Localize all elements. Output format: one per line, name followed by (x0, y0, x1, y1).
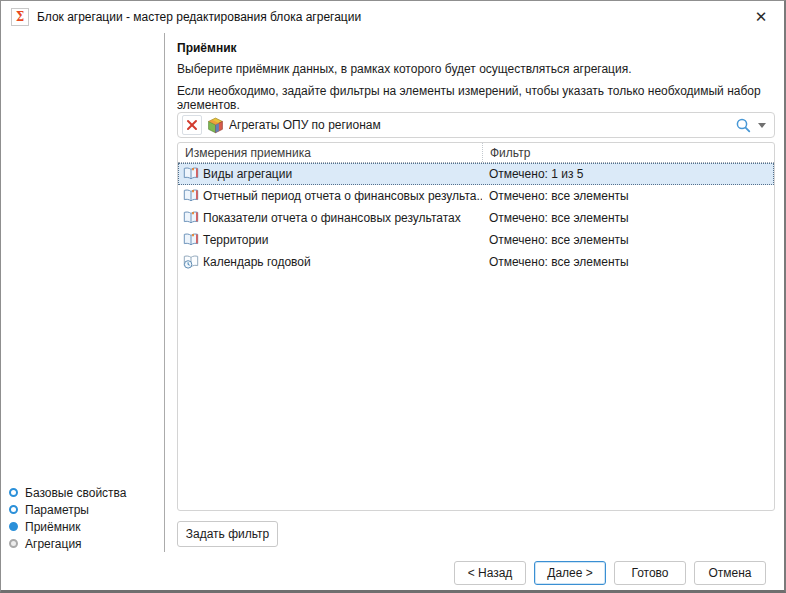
search-consumer-button[interactable] (731, 117, 770, 134)
close-icon[interactable]: ✕ (746, 4, 776, 30)
table-row[interactable]: Показатели отчета о финансовых результат… (178, 207, 774, 229)
page-description-1: Выберите приёмник данных, в рамках котор… (177, 62, 632, 76)
footer-buttons: < Назад Далее > Готово Отмена (454, 561, 766, 585)
finish-button[interactable]: Готово (614, 561, 686, 585)
magnifier-icon (735, 117, 752, 134)
consumer-value: Агрегаты ОПУ по регионам (229, 118, 726, 132)
olap-cube-icon (207, 117, 224, 134)
page-title: Приёмник (177, 41, 237, 55)
table-row[interactable]: Календарь годовой Отмечено: все элементы (178, 251, 774, 273)
step-parameters[interactable]: Параметры (9, 501, 159, 518)
table-header: Измерения приемника Фильтр (178, 143, 774, 163)
table-row[interactable]: Виды агрегации Отмечено: 1 из 5 (178, 163, 774, 185)
clear-consumer-icon[interactable] (182, 115, 202, 135)
window-title: Блок агрегации - мастер редактирования б… (37, 1, 361, 33)
step-bullet-icon (9, 522, 18, 531)
wizard-steps: Базовые свойства Параметры Приёмник Агре… (9, 484, 159, 552)
table-row[interactable]: Территории Отмечено: все элементы (178, 229, 774, 251)
step-basic-properties[interactable]: Базовые свойства (9, 484, 159, 501)
dimension-book-icon (182, 166, 199, 182)
calendar-book-icon (182, 254, 199, 270)
step-consumer[interactable]: Приёмник (9, 518, 159, 535)
column-header-dimensions[interactable]: Измерения приемника (178, 143, 482, 162)
cancel-button[interactable]: Отмена (694, 561, 766, 585)
sidebar-divider (164, 33, 165, 552)
back-button[interactable]: < Назад (454, 561, 526, 585)
dimension-book-icon (182, 232, 199, 248)
page-description-2: Если необходимо, задайте фильтры на элем… (177, 84, 784, 112)
next-button[interactable]: Далее > (534, 561, 606, 585)
column-header-filter[interactable]: Фильтр (482, 143, 774, 162)
table-row[interactable]: Отчетный период отчета о финансовых резу… (178, 185, 774, 207)
consumer-combobox[interactable]: Агрегаты ОПУ по регионам (177, 112, 775, 138)
dimension-book-icon (182, 188, 199, 204)
dimension-book-icon (182, 210, 199, 226)
step-bullet-icon (9, 505, 18, 514)
app-sigma-icon: Σ (11, 8, 29, 26)
step-bullet-icon (9, 539, 18, 548)
dimensions-table: Измерения приемника Фильтр Виды агрегаци… (177, 142, 775, 511)
title-bar: Σ Блок агрегации - мастер редактирования… (1, 1, 784, 33)
caret-down-icon (758, 123, 766, 128)
step-aggregation[interactable]: Агрегация (9, 535, 159, 552)
set-filter-button[interactable]: Задать фильтр (177, 521, 278, 547)
step-bullet-icon (9, 488, 18, 497)
dialog-window: Σ Блок агрегации - мастер редактирования… (0, 0, 786, 593)
